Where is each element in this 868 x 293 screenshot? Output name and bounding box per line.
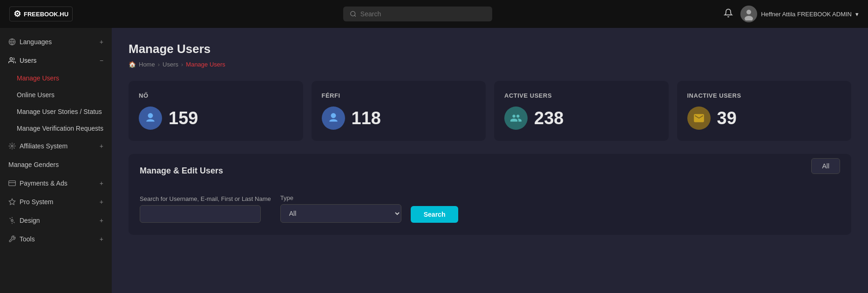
- page-title: Manage Users: [129, 42, 851, 56]
- avatar: [740, 6, 757, 22]
- breadcrumb-current: Manage Users: [186, 61, 225, 68]
- affiliates-icon: [8, 142, 16, 150]
- stat-card-label: Nő: [139, 92, 293, 99]
- design-icon: [8, 217, 16, 224]
- inactive-users-icon: [687, 107, 711, 130]
- stat-cards: Nő 159 Férfi: [129, 81, 851, 141]
- users-icon: [8, 57, 16, 64]
- sidebar-item-label: Languages: [20, 38, 52, 46]
- stat-card-label: Férfi: [322, 92, 476, 99]
- sidebar-item-label: Affiliates System: [20, 142, 68, 150]
- sidebar-item-users[interactable]: Users −: [0, 51, 112, 70]
- stat-card-ferfi: Férfi 118: [312, 81, 486, 141]
- breadcrumb: 🏠 Home › Users › Manage Users: [129, 61, 851, 68]
- logo: ⚙ FREEBOOK.HU: [9, 7, 73, 21]
- sidebar-item-label: Pro System: [20, 198, 53, 206]
- svg-marker-11: [9, 199, 15, 205]
- stat-card-inactive: INACTIVE USERS 39: [677, 81, 852, 141]
- search-filter-group: Search for Username, E-mail, First or La…: [140, 195, 271, 223]
- expand-icon: +: [100, 38, 103, 46]
- nav-right: Heffner Attila FREEBOOK ADMIN ▾: [724, 6, 859, 22]
- stat-card-body: 238: [504, 107, 658, 130]
- tools-icon: [8, 235, 16, 243]
- sidebar-item-label: Users: [20, 57, 37, 64]
- sidebar-item-label: Manage Genders: [8, 161, 59, 168]
- stat-value: 118: [352, 108, 381, 128]
- sidebar-item-user-stories[interactable]: Manage User Stories / Status: [0, 103, 112, 120]
- pro-icon: [8, 198, 16, 206]
- search-label: Search for Username, E-mail, First or La…: [140, 195, 271, 202]
- sidebar-item-payments[interactable]: Payments & Ads +: [0, 174, 112, 193]
- logo-area: ⚙ FREEBOOK.HU: [9, 7, 112, 21]
- expand-icon: +: [100, 142, 103, 150]
- active-users-icon: [504, 107, 528, 130]
- sidebar-item-label: Payments & Ads: [20, 180, 68, 187]
- type-label: Type: [280, 194, 401, 201]
- breadcrumb-sep-1: ›: [158, 61, 160, 68]
- search-icon: [350, 10, 357, 18]
- svg-point-8: [11, 145, 13, 147]
- username-search-input[interactable]: [140, 205, 261, 223]
- stat-card-body: 159: [139, 107, 293, 130]
- expand-icon: +: [100, 217, 103, 224]
- sidebar-item-languages[interactable]: Languages +: [0, 33, 112, 51]
- expand-icon: +: [100, 180, 103, 187]
- manage-section-title: Manage & Edit Users: [140, 166, 223, 176]
- body-layout: Languages + Users − Manage Users Online …: [0, 28, 868, 293]
- main-content: Manage Users 🏠 Home › Users › Manage Use…: [112, 28, 868, 293]
- sidebar-item-tools[interactable]: Tools +: [0, 230, 112, 248]
- dropdown-icon: ▾: [855, 11, 859, 18]
- svg-line-1: [354, 15, 356, 17]
- collapse-icon: −: [100, 57, 103, 64]
- globe-icon: [8, 38, 16, 46]
- svg-point-12: [11, 220, 13, 221]
- sidebar-item-label: Manage Verification Requests: [17, 125, 103, 132]
- search-input[interactable]: [360, 10, 486, 18]
- user-info[interactable]: Heffner Attila FREEBOOK ADMIN ▾: [740, 6, 859, 22]
- type-select[interactable]: All Active Inactive Male Female: [280, 204, 401, 223]
- stat-value: 238: [534, 108, 563, 128]
- sidebar-item-manage-users[interactable]: Manage Users: [0, 70, 112, 87]
- search-button[interactable]: Search: [411, 206, 459, 223]
- expand-icon: +: [100, 198, 103, 206]
- search-bar[interactable]: [343, 7, 492, 21]
- female-icon: [139, 107, 162, 130]
- stat-card-label: ACTIVE USERS: [504, 92, 658, 99]
- stat-card-active: ACTIVE USERS 238: [494, 81, 669, 141]
- expand-icon: +: [100, 235, 103, 243]
- breadcrumb-sep-2: ›: [181, 61, 183, 68]
- payments-icon: [8, 180, 16, 187]
- manage-section: Manage & Edit Users All Search for Usern…: [129, 154, 851, 235]
- stat-card-body: 39: [687, 107, 841, 130]
- sidebar-item-label: Manage Users: [17, 74, 59, 82]
- stat-value: 39: [717, 108, 737, 128]
- sidebar-item-online-users[interactable]: Online Users: [0, 87, 112, 103]
- sidebar-item-label: Manage User Stories / Status: [17, 108, 102, 115]
- app-name: FREEBOOK.HU: [24, 11, 68, 18]
- stat-card-body: 118: [322, 107, 476, 130]
- all-button[interactable]: All: [811, 158, 840, 174]
- top-nav: ⚙ FREEBOOK.HU Heffner Attila FREEBOOK AD…: [0, 0, 868, 28]
- svg-point-7: [10, 58, 12, 60]
- sidebar-item-label: Design: [20, 217, 40, 224]
- breadcrumb-home[interactable]: Home: [139, 61, 155, 68]
- stat-value: 159: [169, 108, 198, 128]
- sidebar-item-genders[interactable]: Manage Genders: [0, 155, 112, 174]
- svg-point-3: [746, 10, 751, 14]
- sidebar-item-label: Online Users: [17, 91, 54, 99]
- sidebar-item-design[interactable]: Design +: [0, 211, 112, 230]
- stat-card-label: INACTIVE USERS: [687, 92, 841, 99]
- svg-point-0: [351, 11, 355, 16]
- logo-icon: ⚙: [14, 9, 21, 19]
- filter-row: Search for Username, E-mail, First or La…: [140, 194, 840, 223]
- notification-bell[interactable]: [724, 8, 733, 20]
- bell-icon: [724, 8, 733, 18]
- breadcrumb-users[interactable]: Users: [163, 61, 178, 68]
- sidebar-item-label: Tools: [20, 235, 35, 243]
- svg-rect-9: [9, 181, 16, 186]
- home-icon: 🏠: [129, 61, 136, 68]
- sidebar-item-affiliates[interactable]: Affiliates System +: [0, 137, 112, 155]
- sidebar-item-pro[interactable]: Pro System +: [0, 193, 112, 211]
- sidebar-item-verification[interactable]: Manage Verification Requests: [0, 120, 112, 137]
- sidebar: Languages + Users − Manage Users Online …: [0, 28, 112, 293]
